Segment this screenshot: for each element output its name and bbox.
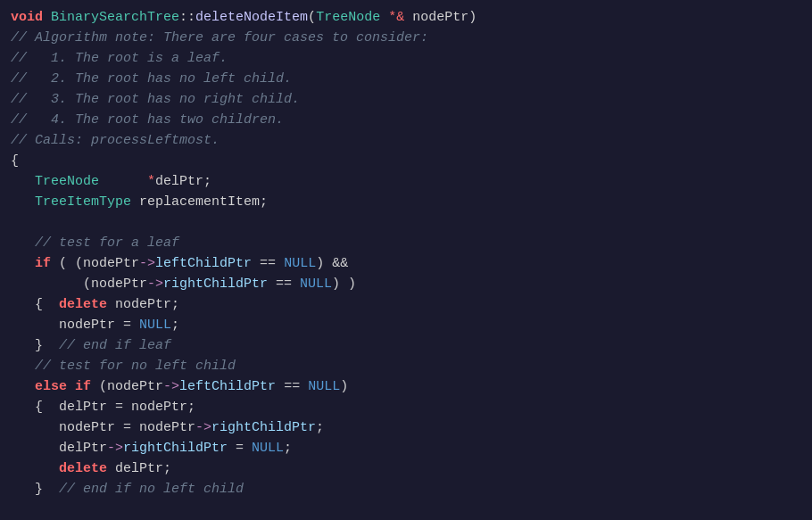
code-line: if ( (nodePtr->leftChildPtr == NULL) && — [0, 253, 812, 274]
code-line: { delPtr = nodePtr; — [0, 397, 812, 417]
code-text: TreeNode *delPtr; — [11, 171, 801, 192]
token-plain — [11, 235, 35, 251]
token-null-val: NULL — [139, 318, 171, 333]
token-plain: { — [11, 297, 59, 312]
token-plain: == — [252, 256, 284, 271]
token-plain: ( (nodePtr — [51, 256, 139, 271]
code-line: // test for no left child — [0, 356, 812, 376]
code-line: void BinarySearchTree::deleteNodeItem(Tr… — [0, 7, 812, 28]
code-text: delPtr->rightChildPtr = NULL; — [11, 438, 801, 458]
token-plain: (nodePtr — [91, 379, 163, 394]
token-ptr: -> — [195, 420, 211, 435]
code-text: { delPtr = nodePtr; — [11, 397, 801, 417]
token-plain: = — [228, 441, 252, 456]
code-line: delete delPtr; — [0, 458, 812, 479]
code-text: // Calls: processLeftmost. — [11, 130, 801, 151]
token-plain: delPtr; — [107, 461, 171, 476]
code-text: } // end if no left child — [11, 479, 801, 499]
code-text: // 1. The root is a leaf. — [11, 48, 801, 69]
token-plain — [67, 379, 75, 394]
token-plain — [11, 461, 59, 476]
code-text: // test for no left child — [11, 356, 801, 376]
token-member: rightChildPtr — [163, 277, 268, 292]
code-text: } // end if leaf — [11, 335, 801, 356]
token-fn: deleteNodeItem — [195, 10, 308, 25]
token-null-val: NULL — [300, 277, 332, 292]
code-line: (nodePtr->rightChildPtr == NULL) ) — [0, 274, 812, 294]
token-plain: == — [276, 379, 308, 394]
token-member: rightChildPtr — [211, 420, 316, 435]
token-plain: ) && — [316, 256, 348, 271]
code-line: TreeNode *delPtr; — [0, 171, 812, 192]
token-null-val: NULL — [252, 441, 284, 456]
code-text: if ( (nodePtr->leftChildPtr == NULL) && — [11, 253, 801, 274]
token-plain: } — [11, 338, 59, 353]
code-text: { delete nodePtr; — [11, 294, 801, 315]
token-comment: // test for a leaf — [35, 235, 179, 251]
token-comment: // 1. The root is a leaf. — [11, 51, 228, 66]
token-plain: (nodePtr — [11, 277, 147, 292]
token-plain: delPtr; — [155, 174, 211, 189]
code-line: TreeItemType replacementItem; — [0, 192, 812, 212]
token-plain: nodePtr = — [11, 318, 139, 333]
token-amp: & — [396, 10, 404, 25]
code-line: } // end if leaf — [0, 335, 812, 356]
token-plain: { — [11, 153, 19, 169]
token-kw: else — [35, 379, 67, 394]
token-plain: nodePtr) — [404, 10, 476, 25]
code-line: // 3. The root has no right child. — [0, 89, 812, 110]
token-star: * — [388, 10, 396, 25]
token-member: leftChildPtr — [179, 379, 276, 394]
token-plain: } — [11, 482, 59, 497]
code-line — [0, 212, 812, 233]
token-plain: ; — [171, 318, 179, 333]
code-line: delPtr->rightChildPtr = NULL; — [0, 438, 812, 458]
token-plain: :: — [179, 10, 195, 25]
code-line: { — [0, 151, 812, 171]
code-line: else if (nodePtr->leftChildPtr == NULL) — [0, 376, 812, 397]
token-comment: // end if leaf — [59, 338, 171, 353]
code-text: (nodePtr->rightChildPtr == NULL) ) — [11, 274, 801, 294]
code-text: nodePtr = NULL; — [11, 315, 801, 335]
token-plain — [43, 10, 51, 25]
token-kw: if — [35, 256, 51, 271]
code-line: // test for a leaf — [0, 233, 812, 253]
token-ptr: -> — [107, 441, 123, 456]
code-line: { delete nodePtr; — [0, 294, 812, 315]
code-text — [11, 212, 801, 233]
token-ptr: -> — [147, 277, 163, 292]
code-text: // test for a leaf — [11, 233, 801, 253]
token-kw: if — [75, 379, 91, 394]
token-kw: delete — [59, 297, 107, 312]
token-comment: // end if no left child — [59, 482, 244, 497]
code-line: // 2. The root has no left child. — [0, 69, 812, 89]
code-text: delete delPtr; — [11, 458, 801, 479]
code-line: } // end if no left child — [0, 479, 812, 499]
token-kw: void — [11, 10, 43, 25]
token-null-val: NULL — [308, 379, 340, 394]
token-plain: ( — [308, 10, 316, 25]
code-line: // 1. The root is a leaf. — [0, 48, 812, 69]
token-param-type: TreeNode — [316, 10, 380, 25]
code-line: nodePtr = nodePtr->rightChildPtr; — [0, 417, 812, 438]
token-plain: nodePtr; — [107, 297, 179, 312]
token-plain: ; — [316, 420, 324, 435]
token-ptr: -> — [139, 256, 155, 271]
token-plain — [11, 194, 35, 210]
token-cls: BinarySearchTree — [51, 10, 179, 25]
code-line: // 4. The root has two children. — [0, 110, 812, 130]
token-plain — [11, 379, 35, 394]
token-member: leftChildPtr — [155, 256, 252, 271]
token-plain — [11, 359, 35, 374]
token-plain — [380, 10, 388, 25]
token-plain: { delPtr = nodePtr; — [11, 400, 195, 415]
token-plain — [11, 174, 35, 189]
token-ptr: -> — [163, 379, 179, 394]
token-comment: // test for no left child — [35, 359, 236, 374]
code-text: // 4. The root has two children. — [11, 110, 801, 130]
code-text: else if (nodePtr->leftChildPtr == NULL) — [11, 376, 801, 397]
token-null-val: NULL — [284, 256, 316, 271]
token-plain: ) ) — [332, 277, 356, 292]
code-line: nodePtr = NULL; — [0, 315, 812, 335]
token-kw: delete — [59, 461, 107, 476]
